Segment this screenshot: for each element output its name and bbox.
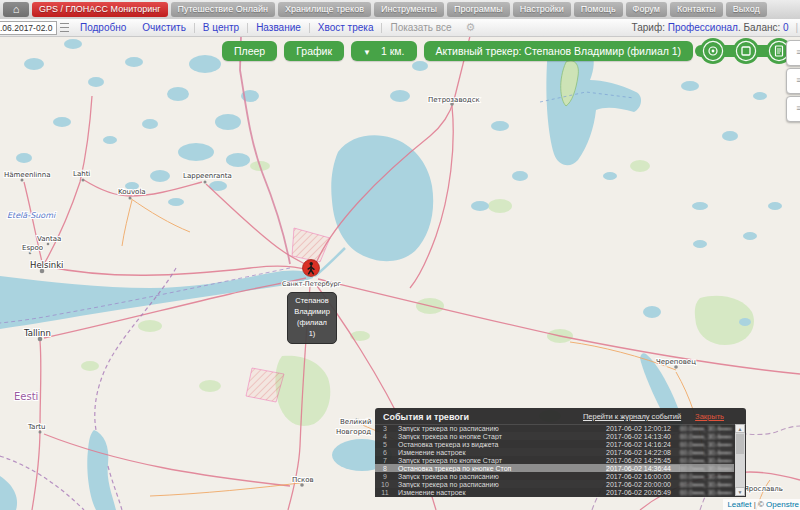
- event-number: 11: [375, 489, 395, 496]
- menu-item-7[interactable]: Помощь: [574, 2, 623, 17]
- map-label-15: Череповец: [656, 358, 696, 366]
- tariff-label: Тариф:: [632, 22, 665, 33]
- event-row[interactable]: 10Запуск трекера по расписанию2017-06-02…: [375, 480, 734, 488]
- locate-tracker-icon[interactable]: [700, 38, 726, 64]
- date-adjust-icon[interactable]: [60, 23, 69, 32]
- tracker-marker[interactable]: [302, 259, 320, 277]
- event-row[interactable]: 3Запуск трекера по расписанию2017-06-02 …: [375, 424, 734, 432]
- event-coordinates[interactable]: 60.0•••••, 30.4•••••: [680, 441, 734, 448]
- scroll-down-icon[interactable]: ▼: [735, 487, 745, 496]
- map-label-3: Kouvola: [118, 188, 146, 196]
- event-row[interactable]: 7Запуск трекера по кнопке Старт2017-06-0…: [375, 456, 734, 464]
- gear-icon[interactable]: ⚙: [466, 21, 476, 34]
- event-timestamp: 2017-06-02 14:25:45: [606, 457, 680, 464]
- attribution-copy: | ©: [751, 500, 766, 509]
- map-control-button-1[interactable]: ≡: [786, 40, 800, 66]
- event-timestamp: 2017-06-02 20:00:00: [606, 481, 680, 488]
- event-coordinates[interactable]: 60.0•••••, 30.4•••••: [680, 489, 734, 496]
- toolbar-link-2[interactable]: Очистить: [142, 22, 186, 33]
- event-coordinates[interactable]: 60.0•••••, 30.4•••••: [680, 473, 734, 480]
- toolbar-link-4[interactable]: Название: [256, 22, 301, 33]
- map-label-4: Lappeenranta: [183, 172, 232, 180]
- events-scrollbar[interactable]: ▲ ▼: [735, 424, 745, 496]
- tracker-tooltip: СтепановВладимир(филиал1): [287, 292, 337, 344]
- menu-item-2[interactable]: Путешествие Онлайн: [171, 2, 275, 17]
- osm-link[interactable]: Openstre: [766, 500, 799, 509]
- event-row[interactable]: 5Остановка трекера из виджета2017-06-02 …: [375, 440, 734, 448]
- player-button[interactable]: Плеер: [222, 41, 277, 61]
- event-timestamp: 2017-06-02 20:05:49: [606, 489, 680, 496]
- event-description: Запуск трекера по кнопке Старт: [395, 433, 606, 440]
- chevron-down-icon: ▼: [363, 48, 371, 57]
- event-coordinates[interactable]: 60.0•••••, 30.4•••••: [680, 481, 734, 488]
- menu-item-4[interactable]: Инструменты: [374, 2, 444, 17]
- toolbar-link-1[interactable]: Подробно: [80, 22, 126, 33]
- event-row[interactable]: 6Изменение настроек2017-06-02 14:22:0860…: [375, 448, 734, 456]
- menu-item-1[interactable]: GPS / ГЛОНАСС Мониторинг: [32, 2, 168, 17]
- map-label-6: Vantaa: [37, 235, 61, 243]
- event-number: 8: [375, 465, 395, 472]
- map-label-7: Espoo: [22, 244, 43, 252]
- event-coordinates[interactable]: 60.0•••••, 30.4•••••: [680, 449, 734, 456]
- chart-button[interactable]: График: [284, 41, 344, 61]
- map-label-5: Etelä-Suomi: [7, 211, 56, 220]
- map-control-button-3[interactable]: ≡: [786, 96, 800, 122]
- map-label-10: Eesti: [14, 391, 38, 402]
- date-range-value: .06.2017-02.0: [0, 23, 52, 33]
- event-timestamp: 2017-06-02 16:00:00: [606, 473, 680, 480]
- toolbar-link-3[interactable]: В центр: [203, 22, 239, 33]
- tariff-status: Тариф: Профессионал. Баланс: 0 |: [632, 22, 798, 33]
- event-row[interactable]: 9Запуск трекера по расписанию2017-06-02 …: [375, 472, 734, 480]
- date-range-input[interactable]: .06.2017-02.0: [0, 21, 57, 35]
- balance-value-link[interactable]: 0: [783, 22, 789, 33]
- menu-item-3[interactable]: Хранилище треков: [278, 2, 371, 17]
- event-coordinates[interactable]: 60.0•••••, 30.4•••••: [680, 457, 734, 464]
- scroll-thumb[interactable]: [736, 434, 744, 454]
- event-row[interactable]: 4Запуск трекера по кнопке Старт2017-06-0…: [375, 432, 734, 440]
- event-coordinates[interactable]: 60.0•••••, 30.4•••••: [680, 433, 734, 440]
- secondary-toolbar: .06.2017-02.0 ПодробноОчиститьВ центрНаз…: [0, 19, 800, 37]
- menu-item-8[interactable]: Форум: [626, 2, 667, 17]
- event-coordinates[interactable]: 60.0•••••, 30.4•••••: [680, 425, 734, 432]
- event-description: Запуск трекера по расписанию: [395, 473, 606, 480]
- event-number: 6: [375, 449, 395, 456]
- map-attribution: Leaflet | © Openstre: [723, 499, 800, 510]
- event-timestamp: 2017-06-02 14:36:44: [606, 465, 680, 472]
- event-number: 3: [375, 425, 395, 432]
- event-coordinates[interactable]: 60.0•••••, 30.4•••••: [680, 465, 734, 472]
- map-label-8: Helsinki: [30, 260, 63, 270]
- home-button[interactable]: ⌂: [3, 2, 29, 17]
- map-controls-bar: Плеер График ▼1 км. Активный трекер: Сте…: [222, 38, 800, 64]
- map-label-2: Lahti: [73, 170, 90, 178]
- events-table: 3Запуск трекера по расписанию2017-06-02 …: [375, 424, 734, 496]
- event-description: Изменение настроек: [395, 449, 606, 456]
- toolbar-link-5[interactable]: Хвост трека: [318, 22, 374, 33]
- menu-item-6[interactable]: Настройки: [513, 2, 571, 17]
- scale-value: 1 км.: [381, 45, 405, 57]
- journal-link[interactable]: Перейти к журналу событий: [583, 412, 681, 421]
- toolbar-divider: [247, 23, 248, 33]
- map-label-14: Псков: [292, 476, 314, 484]
- event-row[interactable]: 8Остановка трекера по кнопке Стоп2017-06…: [375, 464, 734, 472]
- main-menu: GPS / ГЛОНАСС МониторингПутешествие Онла…: [32, 2, 767, 17]
- scale-dropdown[interactable]: ▼1 км.: [351, 41, 416, 61]
- map-control-button-2[interactable]: ≡: [786, 68, 800, 94]
- scroll-up-icon[interactable]: ▲: [735, 424, 745, 433]
- toolbar-links: ПодробноОчиститьВ центрНазваниеХвост тре…: [72, 22, 381, 33]
- leaflet-link[interactable]: Leaflet: [727, 500, 751, 509]
- active-tracker-button[interactable]: Активный трекер: Степанов Владимир (фили…: [424, 41, 694, 61]
- menu-item-10[interactable]: Выход: [726, 2, 767, 17]
- events-panel: События и тревоги Перейти к журналу собы…: [375, 408, 746, 497]
- home-icon: ⌂: [13, 3, 20, 15]
- event-number: 4: [375, 433, 395, 440]
- show-all-link[interactable]: Показать все: [390, 22, 451, 33]
- menu-item-9[interactable]: Контакты: [670, 2, 723, 17]
- tracker-tooltip-line: Владимир: [289, 307, 335, 318]
- menu-item-5[interactable]: Программы: [447, 2, 510, 17]
- stop-icon[interactable]: [733, 38, 759, 64]
- event-row[interactable]: 11Изменение настроек2017-06-02 20:05:496…: [375, 488, 734, 496]
- balance-label: . Баланс:: [738, 22, 780, 33]
- toolbar-divider: [194, 23, 195, 33]
- tariff-value-link[interactable]: Профессионал: [668, 22, 738, 33]
- close-link[interactable]: Закрыть: [695, 412, 724, 421]
